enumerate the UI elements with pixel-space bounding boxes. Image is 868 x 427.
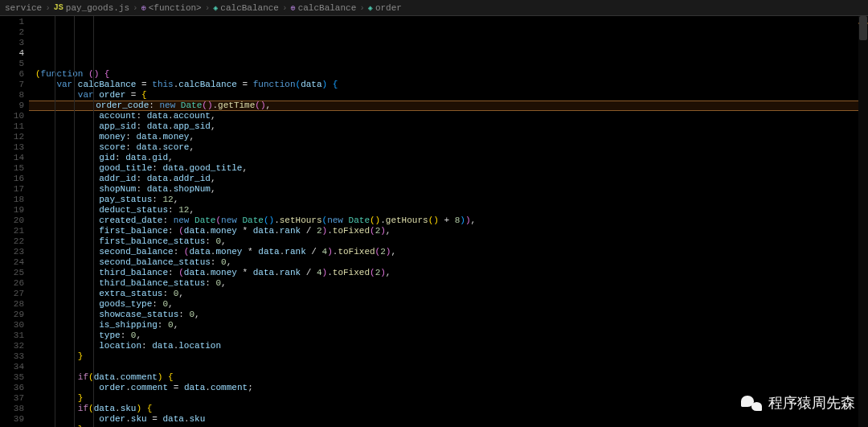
line-number[interactable]: 4 [0,48,24,59]
line-number[interactable]: 13 [0,142,24,153]
line-number[interactable]: 24 [0,257,24,268]
code-line[interactable]: app_sid: data.app_sid, [32,121,868,132]
code-line[interactable]: order.comment = data.comment; [32,383,868,393]
code-line[interactable]: account: data.account, [32,111,868,121]
line-number[interactable]: 12 [0,132,24,142]
field-icon: ◈ [368,3,373,13]
function-icon: ⊕ [141,3,146,13]
code-line[interactable]: deduct_status: 12, [32,205,868,216]
code-line[interactable]: order_code: new Date().getTime(), [29,101,868,111]
code-editor[interactable]: 1234567891011121314151617181920212223242… [0,16,868,427]
breadcrumb-item-service[interactable]: service [5,3,42,13]
line-number[interactable]: 6 [0,69,24,80]
line-number[interactable]: 38 [0,404,24,414]
code-line[interactable]: location: data.location [32,341,868,351]
function-icon: ⊕ [291,3,296,13]
code-line[interactable]: third_balance: (data.money * data.rank /… [32,268,868,278]
line-number[interactable]: 19 [0,205,24,216]
breadcrumb-item-file[interactable]: JS pay_goods.js [54,3,129,13]
line-number-gutter[interactable]: 1234567891011121314151617181920212223242… [0,16,32,427]
code-line[interactable]: } [32,351,868,362]
line-number[interactable]: 39 [0,414,24,425]
line-number[interactable]: 30 [0,320,24,331]
line-number[interactable]: 20 [0,216,24,226]
code-line[interactable]: second_balance_status: 0, [32,257,868,268]
line-number[interactable]: 25 [0,268,24,278]
code-line[interactable]: is_shipping: 0, [32,320,868,331]
code-line[interactable]: gid: data.gid, [32,153,868,163]
breadcrumb-item-function[interactable]: ⊕ <function> [141,3,202,13]
breadcrumb-item-calcbalance-fn[interactable]: ⊕ calcBalance [291,3,357,13]
field-icon: ◈ [213,3,218,13]
line-number[interactable]: 32 [0,341,24,351]
code-line[interactable] [32,362,868,372]
code-content[interactable]: (function () { var calcBalance = this.ca… [32,16,868,427]
chevron-right-icon: › [359,3,365,13]
line-number[interactable]: 34 [0,362,24,372]
code-line[interactable]: second_balance: (data.money * data.rank … [32,247,868,257]
line-number[interactable]: 8 [0,90,24,101]
javascript-icon: JS [54,3,63,12]
code-line[interactable]: order.sku = data.sku [32,414,868,425]
code-line[interactable]: if(data.comment) { [32,372,868,383]
line-number[interactable]: 1 [0,17,24,27]
line-number[interactable]: 3 [0,38,24,48]
wechat-icon [741,394,762,412]
watermark: 程序猿周先森 [741,393,855,413]
code-line[interactable]: good_title: data.good_title, [32,163,868,174]
code-line[interactable]: score: data.score, [32,142,868,153]
line-number[interactable]: 2 [0,27,24,38]
line-number[interactable]: 27 [0,289,24,299]
chevron-right-icon: › [282,3,288,13]
code-line[interactable]: goods_type: 0, [32,299,868,310]
watermark-text: 程序猿周先森 [768,393,855,413]
line-number[interactable]: 17 [0,184,24,195]
line-number[interactable]: 5 [0,59,24,69]
code-line[interactable]: created_date: new Date(new Date().setHou… [32,216,868,226]
line-number[interactable]: 14 [0,153,24,163]
line-number[interactable]: 15 [0,163,24,174]
code-line[interactable]: extra_status: 0, [32,289,868,299]
code-line[interactable]: addr_id: data.addr_id, [32,174,868,184]
line-number[interactable]: 23 [0,247,24,257]
line-number[interactable]: 18 [0,195,24,205]
line-number[interactable]: 37 [0,393,24,404]
line-number[interactable]: 11 [0,121,24,132]
line-number[interactable]: 36 [0,383,24,393]
code-line[interactable]: first_balance: (data.money * data.rank /… [32,226,868,236]
line-number[interactable]: 35 [0,372,24,383]
line-number[interactable]: 29 [0,310,24,320]
breadcrumb-item-calcbalance-prop[interactable]: ◈ calcBalance [213,3,279,13]
code-line[interactable]: var order = { [32,90,868,101]
line-number[interactable]: 21 [0,226,24,236]
line-number[interactable]: 28 [0,299,24,310]
chevron-right-icon: › [45,3,51,13]
code-line[interactable]: money: data.money, [32,132,868,142]
code-line[interactable]: (function () { [32,69,868,80]
code-line[interactable]: pay_status: 12, [32,195,868,205]
line-number[interactable]: 9 [0,101,24,111]
line-number[interactable]: 7 [0,80,24,90]
line-number[interactable]: 10 [0,111,24,121]
chevron-right-icon: › [133,3,138,13]
scrollbar-thumb[interactable] [859,16,867,40]
breadcrumb[interactable]: service › JS pay_goods.js › ⊕ <function>… [0,0,868,16]
line-number[interactable]: 16 [0,174,24,184]
code-line[interactable]: showcase_status: 0, [32,310,868,320]
code-line[interactable]: var calcBalance = this.calcBalance = fun… [32,80,868,90]
line-number[interactable]: 33 [0,351,24,362]
vertical-scrollbar[interactable] [858,16,868,427]
breadcrumb-item-order[interactable]: ◈ order [368,3,402,13]
code-line[interactable]: type: 0, [32,331,868,341]
line-number[interactable]: 26 [0,278,24,289]
code-line[interactable]: third_balance_status: 0, [32,278,868,289]
chevron-right-icon: › [205,3,211,13]
line-number[interactable]: 22 [0,236,24,247]
code-line[interactable]: first_balance_status: 0, [32,236,868,247]
line-number[interactable]: 31 [0,331,24,341]
code-line[interactable]: shopNum: data.shopNum, [32,184,868,195]
